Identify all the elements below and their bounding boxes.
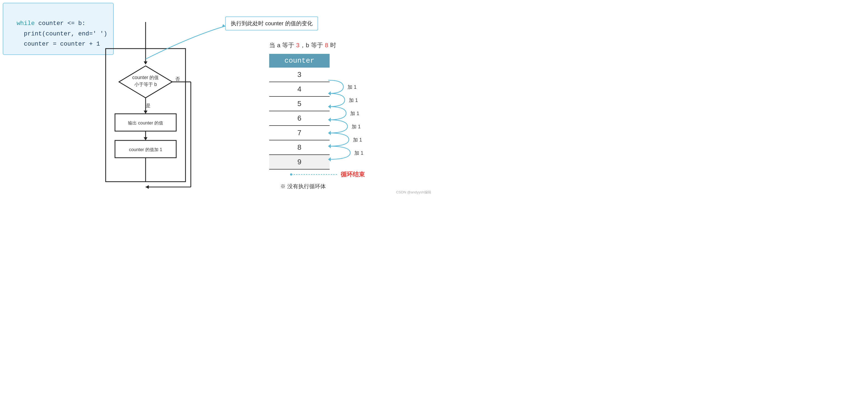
table-area: 当 a 等于 3，b 等于 8 时 counter 3 4 5 6 7 8 9 [269,41,429,170]
annotation-text: 执行到此处时 counter 的值的变化 [231,20,313,26]
table-caption: 当 a 等于 3，b 等于 8 时 [269,41,429,50]
svg-text:循环结束: 循环结束 [340,171,365,178]
svg-marker-13 [144,137,148,141]
svg-marker-9 [144,111,148,114]
table-row: 9 [269,155,330,170]
svg-text:小于等于 b: 小于等于 b [134,82,157,87]
svg-text:counter 的值加 1: counter 的值加 1 [129,147,162,152]
svg-marker-21 [146,185,149,189]
counter-table: counter 3 4 5 6 7 8 9 [269,54,330,170]
annotation-box: 执行到此处时 counter 的值的变化 [225,17,318,30]
svg-marker-3 [144,61,148,65]
svg-text:counter 的值: counter 的值 [132,75,159,80]
svg-text:是: 是 [146,103,151,108]
no-loop-label: ※ 没有执行循环体 [280,183,326,190]
flowchart: counter 的值 小于等于 b 是 输出 counter 的值 counte… [88,22,203,192]
watermark: CSDN @andyysh编辑 [396,190,431,195]
counter-header: counter [269,54,330,68]
table-row: 8 [269,141,330,155]
svg-text:否: 否 [175,76,180,82]
table-row: 4 [269,82,330,97]
table-row: 6 [269,111,330,126]
svg-text:输出 counter 的值: 输出 counter 的值 [128,120,163,125]
table-row: 7 [269,126,330,141]
table-row: 5 [269,97,330,111]
svg-point-36 [290,173,292,176]
code-while: while [17,20,35,27]
flowchart-svg: counter 的值 小于等于 b 是 输出 counter 的值 counte… [88,22,203,192]
table-row: 3 [269,68,330,82]
svg-marker-22 [222,24,225,28]
